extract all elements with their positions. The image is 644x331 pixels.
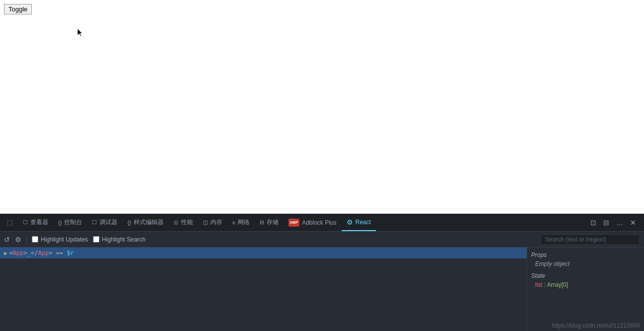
inspector-icon: ☐ [23, 219, 28, 226]
inspector-label: 查看器 [30, 218, 48, 227]
devtools-main-area: ▶ < App >_</ App > == $r Props Empty obj… [0, 248, 644, 331]
memory-label: 内存 [210, 218, 222, 227]
browser-content: Toggle [0, 0, 644, 214]
tab-react[interactable]: ⚙ React [342, 214, 376, 231]
tab-storage[interactable]: ⊟ 存储 [255, 214, 283, 231]
tab-adblock[interactable]: ABP Adblock Plus [283, 214, 341, 231]
style-editor-label: 样式编辑器 [134, 218, 164, 227]
tab-style-editor[interactable]: {} 样式编辑器 [122, 214, 168, 231]
right-panel: Props Empty object State list : Array[0]… [527, 248, 644, 331]
dollar-r-var: $r [67, 249, 74, 256]
tag-open-bracket: < [9, 249, 13, 256]
react-settings-icon[interactable]: ⚙ [15, 236, 21, 244]
toolbar-right-controls: ⊡ ⊟ … ✕ [588, 218, 642, 228]
toggle-button[interactable]: Toggle [4, 4, 32, 14]
highlight-updates-label: Highlight Updates [41, 236, 88, 243]
highlight-updates-checkbox-label[interactable]: Highlight Updates [32, 236, 88, 243]
tab-memory[interactable]: ◫ 内存 [198, 214, 227, 231]
dock-icon[interactable]: ⊟ [601, 218, 611, 228]
network-label: 网络 [238, 218, 250, 227]
network-icon: ≡ [232, 220, 235, 226]
tab-inspect[interactable]: ⬚ [2, 214, 18, 231]
react-label: React [356, 219, 371, 226]
watermark: https://blog.csdn.net/u011215669 [552, 322, 640, 329]
split-pane-icon[interactable]: ⊡ [588, 218, 598, 228]
storage-icon: ⊟ [260, 219, 264, 226]
devtools-panel: ⬚ ☐ 查看器 {} 控制台 ☐ 调试器 {} 样式编辑器 ◎ 性能 ◫ 内存 … [0, 214, 644, 331]
debugger-label: 调试器 [99, 218, 117, 227]
abp-icon: ABP [288, 219, 299, 227]
props-title: Props [531, 251, 640, 258]
debugger-icon: ☐ [92, 219, 97, 226]
react-search-container [541, 234, 640, 245]
react-icon: ⚙ [347, 218, 353, 226]
component-name-close: App [38, 249, 49, 256]
state-title: State [531, 272, 640, 279]
state-key: list [535, 281, 543, 288]
tab-network[interactable]: ≡ 网络 [227, 214, 255, 231]
tag-close-bracket: >_</ [24, 249, 38, 256]
tree-row[interactable]: ▶ < App >_</ App > == $r [0, 248, 527, 258]
tree-arrow: ▶ [4, 250, 7, 256]
storage-label: 存储 [267, 218, 278, 227]
equals-sign: == [52, 249, 67, 256]
devtools-toolbar: ⬚ ☐ 查看器 {} 控制台 ☐ 调试器 {} 样式编辑器 ◎ 性能 ◫ 内存 … [0, 214, 644, 232]
cursor-indicator [77, 28, 84, 37]
state-section: State list : Array[0] [531, 272, 640, 288]
tab-performance[interactable]: ◎ 性能 [169, 214, 198, 231]
props-value: Empty object [531, 260, 640, 267]
more-options-icon[interactable]: … [614, 218, 625, 228]
performance-label: 性能 [181, 218, 193, 227]
close-devtools-icon[interactable]: ✕ [628, 218, 638, 228]
console-icon: {} [58, 220, 62, 226]
console-label: 控制台 [64, 218, 82, 227]
react-refresh-icon[interactable]: ↺ [4, 236, 10, 244]
tab-console[interactable]: {} 控制台 [53, 214, 87, 231]
react-secondary-toolbar: ↺ ⚙ Highlight Updates Highlight Search [0, 232, 644, 248]
tab-inspector[interactable]: ☐ 查看器 [18, 214, 53, 231]
performance-icon: ◎ [174, 219, 179, 226]
state-value: Array[0] [547, 281, 568, 288]
react-search-input[interactable] [541, 234, 640, 245]
adblock-label: Adblock Plus [302, 219, 336, 226]
component-name: App [13, 249, 24, 256]
memory-icon: ◫ [203, 219, 208, 226]
highlight-search-checkbox[interactable] [93, 236, 99, 243]
toolbar-separator [26, 235, 27, 244]
component-tree[interactable]: ▶ < App >_</ App > == $r [0, 248, 527, 331]
tab-debugger[interactable]: ☐ 调试器 [87, 214, 122, 231]
props-section: Props Empty object [531, 251, 640, 267]
inspect-icon: ⬚ [7, 219, 13, 226]
state-item: list : Array[0] [531, 281, 640, 288]
style-editor-icon: {} [127, 220, 131, 226]
tag-end-bracket: > [49, 249, 52, 256]
highlight-search-checkbox-label[interactable]: Highlight Search [93, 236, 146, 243]
highlight-updates-checkbox[interactable] [32, 236, 38, 243]
highlight-search-label: Highlight Search [102, 236, 146, 243]
